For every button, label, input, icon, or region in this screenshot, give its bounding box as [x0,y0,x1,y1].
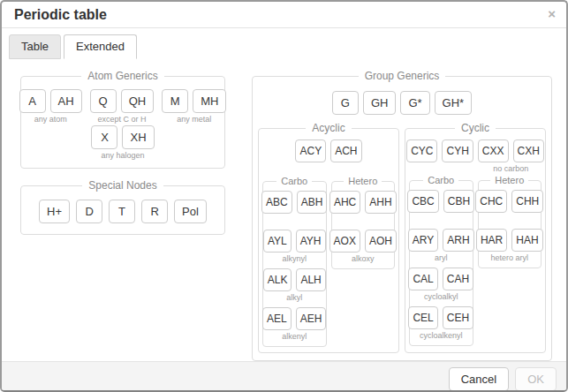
btn-arh[interactable]: ARH [443,229,473,252]
any-metal-group: M MH any metal [162,89,226,124]
acyclic-hetero-fieldset: Hetero AHC AHH [331,176,396,269]
acyclic-fieldset: Acyclic ACY ACH Carbo ABC [258,122,399,353]
tab-bar: Table Extended [2,28,566,59]
btn-pol[interactable]: Pol [174,200,207,223]
btn-cal[interactable]: CAL [408,268,437,290]
btn-cxx[interactable]: CXX [478,139,509,162]
button-row: ARY ARH aryl [413,229,470,263]
btn-h-plus[interactable]: H+ [39,200,70,223]
left-column: Atom Generics A AH any atom Q QH [20,70,225,235]
btn-ary[interactable]: ARY [408,229,438,252]
acyclic-carbo-legend: Carbo [276,176,312,186]
no-carbon-group: CXX CXH no carbon [478,139,544,174]
close-icon[interactable]: × [548,7,556,20]
group-generics-fieldset: Group Generics G GH G* GH* Acyclic ACY A… [252,70,552,361]
btn-ael[interactable]: AEL [262,307,292,330]
button-row: CEL CEH cycloalkenyl [413,306,470,341]
btn-ayh[interactable]: AYH [296,230,326,253]
atom-generics-row-2: X XH any halogen [27,125,219,161]
btn-alk[interactable]: ALK [263,268,292,291]
ok-button[interactable]: OK [515,367,557,391]
btn-cxh[interactable]: CXH [513,139,544,162]
btn-t[interactable]: T [109,200,135,223]
button-caption: hetero aryl [490,253,528,263]
any-atom-group: A AH any atom [19,89,82,124]
acyclic-legend: Acyclic [306,122,351,134]
right-column: Group Generics G GH G* GH* Acyclic ACY A… [252,70,552,361]
btn-hah[interactable]: HAH [511,229,542,252]
cyclic-group: CYC CYH [406,139,473,174]
btn-d[interactable]: D [76,200,102,223]
btn-har[interactable]: HAR [476,229,507,252]
btn-g[interactable]: G [332,91,359,115]
btn-a[interactable]: A [19,89,46,113]
btn-chh[interactable]: CHH [511,190,543,213]
cancel-button[interactable]: Cancel [449,367,509,391]
button-row: CAL CAH cycloalkyl [413,268,470,302]
button-caption: any metal [177,115,211,124]
button-caption: aryl [435,253,448,263]
special-nodes-fieldset: Special Nodes H+ D T R Pol [20,179,225,235]
button-row: CBC CBH [413,190,470,224]
cyclic-hetero-legend: Hetero [490,175,528,185]
btn-chc[interactable]: CHC [475,190,507,213]
dialog-footer: Cancel OK [2,361,566,392]
btn-mh[interactable]: MH [193,89,226,113]
btn-qh[interactable]: QH [121,89,155,113]
cyclic-subcolumns: Carbo CBC CBH [409,175,541,346]
group-generics-legend: Group Generics [359,70,446,82]
acyclic-carbo-fieldset: Carbo ABC ABH [262,176,327,347]
button-row: ALK ALH alkyl [266,268,323,303]
cyclic-carbo-legend: Carbo [423,175,458,185]
special-nodes-row: H+ D T R Pol [27,200,219,223]
btn-aox[interactable]: AOX [329,230,360,253]
btn-cbc[interactable]: CBC [407,190,438,213]
btn-xh[interactable]: XH [122,125,154,149]
btn-cbh[interactable]: CBH [443,190,474,213]
group-generics-row: G GH G* GH* [258,91,546,115]
btn-ceh[interactable]: CEH [443,306,473,329]
atom-generics-row-1: A AH any atom Q QH except C or H [27,89,219,124]
btn-ah[interactable]: AH [50,89,82,113]
btn-abc[interactable]: ABC [261,191,292,214]
special-nodes-legend: Special Nodes [82,179,163,192]
button-caption: alkynyl [282,254,307,264]
btn-q[interactable]: Q [90,89,117,113]
button-caption: alkoxy [352,254,375,264]
button-caption: cycloalkenyl [420,331,463,341]
button-row: AOX AOH alkoxy [335,230,392,264]
atom-generics-fieldset: Atom Generics A AH any atom Q QH [20,70,225,169]
btn-ahh[interactable]: AHH [365,191,396,214]
btn-m[interactable]: M [162,89,188,113]
button-caption: cycloalkyl [424,292,458,302]
btn-x[interactable]: X [91,125,117,149]
btn-cah[interactable]: CAH [443,268,473,290]
btn-ach[interactable]: ACH [330,139,361,162]
btn-aoh[interactable]: AOH [365,230,397,253]
btn-cyc[interactable]: CYC [406,139,437,162]
acyclic-subcolumns: Carbo ABC ABH [262,176,395,347]
btn-r[interactable]: R [141,200,168,223]
btn-ayl[interactable]: AYL [263,230,292,253]
button-row: AEL AEH alkenyl [266,307,323,342]
tab-extended[interactable]: Extended [64,34,137,59]
dialog-header: Periodic table × [2,2,566,28]
button-row: AHC AHH [335,191,392,225]
tab-table[interactable]: Table [9,34,61,59]
btn-g-star[interactable]: G* [400,91,429,115]
btn-cel[interactable]: CEL [408,306,437,329]
btn-alh[interactable]: ALH [296,268,325,291]
btn-gh-star[interactable]: GH* [435,91,473,115]
atom-generics-legend: Atom Generics [81,70,163,82]
btn-acy[interactable]: ACY [295,139,326,162]
button-caption: alkenyl [282,332,307,342]
btn-aeh[interactable]: AEH [296,307,327,330]
btn-abh[interactable]: ABH [297,191,328,214]
btn-cyh[interactable]: CYH [442,139,473,162]
button-caption: no carbon [493,164,528,174]
btn-gh[interactable]: GH [363,91,397,115]
button-row: ABC ABH [266,191,323,225]
cyclic-carbo-fieldset: Carbo CBC CBH [409,175,473,346]
cyclic-top-row: CYC CYH CXX CXH no carbon [409,139,541,174]
btn-ahc[interactable]: AHC [329,191,360,214]
